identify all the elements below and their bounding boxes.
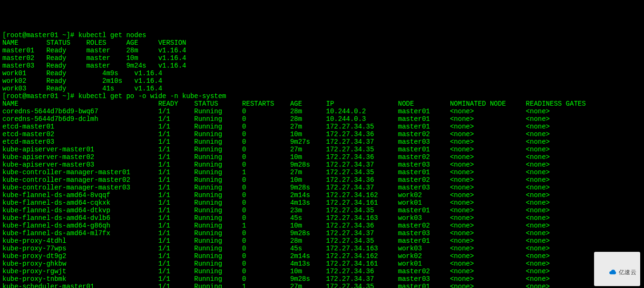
pod-row: kube-controller-manager-master01 1/1 Run…: [2, 169, 642, 176]
node-row: work01 Ready 4m9s v1.16.4: [2, 70, 642, 77]
nodes-header: NAME STATUS ROLES AGE VERSION: [2, 39, 642, 47]
pod-row: kube-apiserver-master01 1/1 Running 0 27…: [2, 146, 642, 153]
node-row: master01 Ready master 28m v1.16.4: [2, 47, 642, 54]
pod-row: kube-flannel-ds-amd64-dtkvp 1/1 Running …: [2, 207, 642, 214]
command-text: kubectl get nodes: [78, 31, 146, 39]
pod-row: kube-controller-manager-master03 1/1 Run…: [2, 184, 642, 191]
pods-header: NAME READY STATUS RESTARTS AGE IP NODE N…: [2, 100, 642, 108]
pod-row: kube-apiserver-master03 1/1 Running 0 9m…: [2, 161, 642, 169]
pod-row: kube-apiserver-master02 1/1 Running 0 10…: [2, 153, 642, 161]
pod-row: kube-flannel-ds-amd64-cqkxk 1/1 Running …: [2, 199, 642, 207]
watermark-text: 亿速云: [619, 269, 637, 276]
pod-row: kube-proxy-dt9g2 1/1 Running 0 2m14s 172…: [2, 252, 642, 260]
node-row: master03 Ready master 9m24s v1.16.4: [2, 62, 642, 70]
prompt-line: [root@master01 ~]# kubectl get po -o wid…: [2, 92, 642, 100]
pod-row: kube-proxy-tnbmk 1/1 Running 0 9m28s 172…: [2, 275, 642, 283]
pod-row: kube-scheduler-master01 1/1 Running 1 27…: [2, 283, 642, 288]
shell-prompt: [root@master01 ~]#: [2, 31, 78, 39]
shell-prompt: [root@master01 ~]#: [2, 92, 78, 100]
node-row: work02 Ready 2m10s v1.16.4: [2, 77, 642, 85]
cloud-icon: [602, 261, 616, 284]
pod-row: kube-flannel-ds-amd64-8vqqf 1/1 Running …: [2, 191, 642, 199]
pod-row: kube-flannel-ds-amd64-g86qh 1/1 Running …: [2, 222, 642, 229]
pod-row: etcd-master01 1/1 Running 0 27m 172.27.3…: [2, 123, 642, 130]
pod-row: kube-flannel-ds-amd64-ml7fx 1/1 Running …: [2, 229, 642, 237]
pod-row: coredns-5644d7b6d9-dclmh 1/1 Running 0 2…: [2, 115, 642, 123]
terminal-output[interactable]: [root@master01 ~]# kubectl get nodesNAME…: [2, 31, 642, 288]
prompt-line: [root@master01 ~]# kubectl get nodes: [2, 31, 642, 39]
pod-row: kube-proxy-4tdhl 1/1 Running 0 28m 172.2…: [2, 237, 642, 245]
command-text: kubectl get po -o wide -n kube-system: [78, 92, 226, 100]
watermark-badge: 亿速云: [594, 252, 640, 286]
pod-row: etcd-master02 1/1 Running 0 10m 172.27.3…: [2, 130, 642, 138]
pod-row: etcd-master03 1/1 Running 0 9m27s 172.27…: [2, 138, 642, 146]
node-row: master02 Ready master 10m v1.16.4: [2, 54, 642, 62]
pod-row: kube-flannel-ds-amd64-dvlb6 1/1 Running …: [2, 214, 642, 222]
pod-row: kube-proxy-77wps 1/1 Running 0 45s 172.2…: [2, 245, 642, 252]
pod-row: kube-controller-manager-master02 1/1 Run…: [2, 176, 642, 184]
pod-row: coredns-5644d7b6d9-bwq67 1/1 Running 0 2…: [2, 108, 642, 115]
pod-row: kube-proxy-ghkbw 1/1 Running 0 4m13s 172…: [2, 260, 642, 268]
pod-row: kube-proxy-rgwjt 1/1 Running 0 10m 172.2…: [2, 268, 642, 275]
node-row: work03 Ready 41s v1.16.4: [2, 85, 642, 92]
